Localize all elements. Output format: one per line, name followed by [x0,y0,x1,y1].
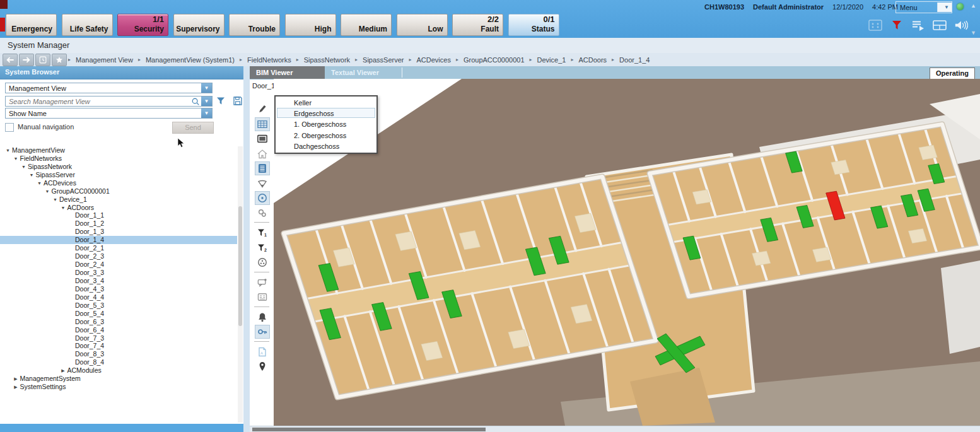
tree-expander-icon[interactable]: ▼ [44,187,52,196]
tree-item-SipassNetwork[interactable]: ▼SipassNetwork [0,163,237,171]
tree-item-FieldNetworks[interactable]: ▼FieldNetworks [0,155,237,163]
floor-menu-item-2-obergeschoss[interactable]: 2. Obergeschoss [277,130,375,140]
tree-item-Door_3_3[interactable]: Door_3_3 [0,269,237,277]
search-input[interactable] [6,97,190,106]
send-button[interactable]: Send [172,122,214,134]
target-icon[interactable] [255,191,270,205]
tree-item-Door_1_1[interactable]: Door_1_1 [0,212,237,220]
event-list-icon[interactable] [911,19,926,32]
tree-scrollbar-thumb[interactable] [238,206,242,326]
filter-icon[interactable] [215,96,226,105]
bim-3d-view[interactable] [274,79,980,426]
tree-expander-icon[interactable]: ▶ [59,366,67,375]
tab-textual-viewer[interactable]: Textual Viewer [325,66,399,79]
summary-button-high[interactable]: High [285,14,336,36]
bell-icon[interactable] [255,310,270,324]
speaker-icon[interactable] [954,19,969,32]
tree-expander-icon[interactable]: ▼ [59,204,67,212]
tree-item-Door_5_3[interactable]: Door_5_3 [0,301,237,310]
floor-menu-item-dachgeschoss[interactable]: Dachgeschoss [277,141,375,151]
tab-bim-viewer[interactable]: BIM Viewer [250,66,325,79]
summary-button-fault[interactable]: 2/2Fault [452,14,503,36]
tree-item-Door_6_4[interactable]: Door_6_4 [0,326,237,334]
scroll-up-icon[interactable]: ▲ [971,3,976,9]
summary-button-security[interactable]: 1/1Security [117,14,168,36]
horizontal-scrollbar-thumb[interactable] [252,428,486,431]
tree-item-SipassServer[interactable]: ▼SipassServer [0,171,237,179]
search-icon[interactable] [190,96,201,106]
tree-item-Door_1_4[interactable]: Door_1_4 [0,236,237,244]
filter-2-icon[interactable]: 2 [255,241,270,255]
tree-expander-icon[interactable]: ▼ [20,163,28,171]
tree-item-ACModules[interactable]: ▶ACModules [0,366,237,375]
tree-item-Door_3_4[interactable]: Door_3_4 [0,277,237,285]
floor-menu-item-1-obergeschoss[interactable]: 1. Obergeschoss [277,119,375,129]
summary-button-supervisory[interactable]: Supervisory [173,14,225,36]
document-icon[interactable]: A [255,345,270,359]
tree-item-Door_8_4[interactable]: Door_8_4 [0,358,237,366]
tree-item-Door_1_2[interactable]: Door_1_2 [0,219,237,228]
breadcrumb-item[interactable]: ACDevices [417,56,451,64]
summary-button-low[interactable]: Low [397,14,448,36]
tree-item-GroupACC0000001[interactable]: ▼GroupACC0000001 [0,187,237,196]
breadcrumb-item[interactable]: SipassNetwork [304,56,350,64]
summary-button-life-safety[interactable]: Life Safety [62,14,113,36]
key-icon[interactable] [255,325,270,339]
tree-expander-icon[interactable]: ▼ [4,146,12,155]
tree-item-ACDoors[interactable]: ▼ACDoors [0,204,237,212]
floor-menu-item-keller[interactable]: Keller [277,97,375,107]
app-grid-icon[interactable] [868,19,883,32]
tree-item-Door_4_4[interactable]: Door_4_4 [0,293,237,301]
tree-item-Door_5_4[interactable]: Door_5_4 [0,310,237,318]
breadcrumb-item[interactable]: ACDoors [578,56,607,64]
chevron-down-icon[interactable]: ▼ [937,3,952,12]
tree-item-Device_1[interactable]: ▼Device_1 [0,196,237,204]
card-icon[interactable] [255,290,270,304]
detector-icon[interactable] [255,255,270,269]
screen-icon[interactable] [255,132,270,146]
breadcrumb-item[interactable]: SipassServer [363,56,404,64]
chevron-down-icon[interactable]: ▼ [201,96,212,106]
layout-icon[interactable] [932,19,947,32]
manual-navigation-checkbox[interactable] [5,123,14,132]
chevron-down-icon[interactable]: ▼ [201,108,212,118]
cone-icon[interactable] [255,177,270,190]
grid-view-icon[interactable] [255,117,270,131]
history-button[interactable] [35,54,50,66]
tree-scrollbar[interactable] [238,146,243,423]
tree-expander-icon[interactable]: ▶ [12,383,20,391]
tree-item-Door_2_3[interactable]: Door_2_3 [0,252,237,260]
tree-item-Door_2_4[interactable]: Door_2_4 [0,260,237,269]
link-icon[interactable] [255,206,270,220]
breadcrumb-item[interactable]: GroupACC0000001 [464,56,525,64]
summary-button-trouble[interactable]: Trouble [229,14,280,36]
tree-expander-icon[interactable]: ▼ [35,179,44,187]
summary-button-medium[interactable]: Medium [341,14,392,36]
breadcrumb-item[interactable]: Management View [76,56,133,64]
tree-expander-icon[interactable]: ▶ [12,375,20,383]
tree-item-Door_7_4[interactable]: Door_7_4 [0,342,237,351]
panel-divider[interactable] [243,66,250,432]
tree-item-Door_8_3[interactable]: Door_8_3 [0,350,237,358]
tree-item-SystemSettings[interactable]: ▶SystemSettings [0,383,237,391]
breadcrumb-item[interactable]: Door_1_4 [619,56,650,64]
home-icon[interactable] [255,147,270,161]
summary-button-status[interactable]: 0/1Status [508,14,559,36]
tree-item-Door_1_3[interactable]: Door_1_3 [0,228,237,236]
tree-item-ACDevices[interactable]: ▼ACDevices [0,179,237,187]
tree-item-ManagementSystem[interactable]: ▶ManagementSystem [0,375,237,383]
pen-icon[interactable] [255,102,270,116]
tree-expander-icon[interactable]: ▼ [51,196,59,204]
breadcrumb-item[interactable]: Device_1 [537,56,566,64]
operating-mode-button[interactable]: Operating [930,67,975,79]
save-icon[interactable] [232,96,243,105]
scroll-down-icon[interactable]: ▼ [971,30,976,36]
tree-item-Door_2_1[interactable]: Door_2_1 [0,244,237,252]
horizontal-scrollbar[interactable] [250,426,980,432]
floor-menu-item-erdgeschoss[interactable]: Erdgeschoss [277,108,375,118]
location-pin-icon[interactable] [255,359,270,373]
chevron-down-icon[interactable]: ▼ [201,83,212,93]
event-filter-icon[interactable] [889,19,904,32]
tree-item-Door_6_3[interactable]: Door_6_3 [0,318,237,326]
breadcrumb-item[interactable]: FieldNetworks [247,56,291,64]
